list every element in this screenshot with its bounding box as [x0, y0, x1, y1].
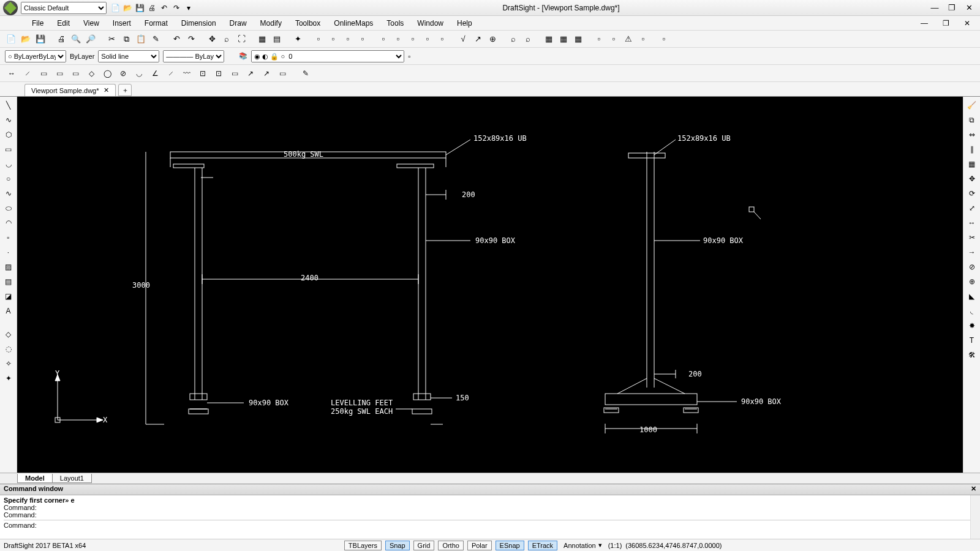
tb-icon-14[interactable]: ⌕	[522, 33, 534, 45]
chamfer-icon[interactable]: ◣	[966, 290, 978, 302]
tb-icon-1[interactable]: ▫	[312, 33, 325, 45]
tb-icon-9[interactable]: ▫	[436, 33, 448, 45]
move-icon[interactable]: ✥	[966, 173, 978, 185]
tb-icon-15[interactable]: ▦	[543, 33, 555, 45]
line-icon[interactable]: ╲	[2, 99, 15, 111]
properties-icon[interactable]: ▦	[256, 33, 268, 45]
tb-icon-12[interactable]: ⊕	[486, 33, 499, 45]
dim-icon-11[interactable]: ⟋	[164, 67, 178, 80]
tb-icon-3[interactable]: ▫	[342, 33, 354, 45]
add-document-tab[interactable]: ＋	[118, 84, 132, 96]
menu-help[interactable]: Help	[451, 18, 478, 29]
tb-icon-11[interactable]: ↗	[472, 33, 484, 45]
tab-layout1[interactable]: Layout1	[52, 474, 92, 483]
linestyle-select[interactable]: Solid line	[98, 50, 159, 62]
dim-icon-12[interactable]: 〰	[180, 67, 194, 80]
app-logo[interactable]	[0, 0, 21, 16]
save-file-icon[interactable]: 💾	[34, 33, 47, 45]
annotation-dropdown-icon[interactable]: ▾	[598, 541, 602, 549]
menu-toolbox[interactable]: Toolbox	[289, 18, 326, 29]
redo-button-icon[interactable]: ↷	[185, 33, 197, 45]
tb-icon-4[interactable]: ▫	[356, 33, 369, 45]
print-file-icon[interactable]: 🖨	[55, 33, 67, 45]
tb-icon-22[interactable]: ▫	[658, 33, 670, 45]
rectangle-icon[interactable]: ▭	[2, 143, 15, 156]
toggle-polar[interactable]: Polar	[467, 541, 492, 550]
doc-minimize-button[interactable]: —	[914, 18, 934, 29]
doc-restore-button[interactable]: ❐	[937, 18, 956, 29]
mtext-icon[interactable]: T	[966, 334, 978, 347]
open-icon[interactable]: 📂	[123, 3, 132, 13]
tb-icon-8[interactable]: ▫	[421, 33, 434, 45]
dim-radius-icon[interactable]: ◯	[100, 67, 114, 80]
print-preview-icon[interactable]: 🔍	[70, 33, 82, 45]
document-tab-close-icon[interactable]: ✕	[104, 86, 109, 94]
tb-icon-18[interactable]: ▫	[593, 33, 605, 45]
undo-icon[interactable]: ↶	[159, 3, 169, 13]
menu-draw[interactable]: Draw	[224, 18, 253, 29]
tb-icon-5[interactable]: ▫	[377, 33, 390, 45]
spline-icon[interactable]: ∿	[2, 187, 15, 200]
fillet-icon[interactable]: ◟	[966, 305, 978, 317]
document-tab[interactable]: Viewport Sample.dwg* ✕	[24, 84, 116, 96]
dim-arc-icon[interactable]: ◡	[132, 67, 146, 80]
tab-model[interactable]: Model	[17, 474, 53, 483]
tool-d-icon[interactable]: ✦	[2, 372, 15, 384]
workspace-select[interactable]: Classic Default	[21, 2, 107, 14]
new-file-icon[interactable]: 📄	[5, 33, 17, 45]
annotation-label[interactable]: Annotation	[564, 542, 596, 549]
dim-icon-14[interactable]: ⊡	[212, 67, 225, 80]
scale-icon[interactable]: ⤢	[966, 202, 978, 214]
open-file-icon[interactable]: 📂	[20, 33, 32, 45]
circle-icon[interactable]: ○	[2, 173, 15, 185]
dim-icon-18[interactable]: ▭	[276, 67, 289, 80]
menu-onlinemaps[interactable]: OnlineMaps	[328, 18, 379, 29]
menu-view[interactable]: View	[77, 18, 105, 29]
color-select[interactable]: ○ ByLayerByLayer	[5, 50, 66, 62]
copy-icon[interactable]: ⧉	[120, 33, 132, 45]
dropdown-icon[interactable]: ▾	[184, 3, 194, 13]
zoom-extents-icon[interactable]: ⛶	[235, 33, 247, 45]
drawing-canvas[interactable]: 500kg SWL 152x89x16 UB 152x89x16 UB 200 …	[17, 97, 963, 473]
ellipse-icon[interactable]: ⬭	[2, 202, 15, 214]
menu-tools[interactable]: Tools	[380, 18, 410, 29]
close-button[interactable]: ✕	[963, 3, 975, 12]
menu-dimension[interactable]: Dimension	[175, 18, 222, 29]
dim-diameter-icon[interactable]: ⊘	[116, 67, 130, 80]
command-history[interactable]: Specify first corner» e Command: Command…	[0, 495, 980, 539]
tool-a-icon[interactable]: ◇	[2, 328, 15, 340]
gradient-icon[interactable]: ▤	[2, 276, 15, 288]
dim-icon-17[interactable]: ↗	[260, 67, 273, 80]
offset-icon[interactable]: ∥	[966, 143, 978, 156]
toggle-ortho[interactable]: Ortho	[438, 541, 464, 550]
zoom-window-icon[interactable]: ⌕	[221, 33, 233, 45]
command-prompt[interactable]: Command:	[4, 520, 976, 529]
tool-b-icon[interactable]: ◌	[2, 343, 15, 355]
region-icon[interactable]: ◪	[2, 290, 15, 302]
menu-file[interactable]: File	[26, 18, 50, 29]
block-icon[interactable]: ▫	[2, 231, 15, 244]
menu-modify[interactable]: Modify	[254, 18, 288, 29]
toggle-snap[interactable]: Snap	[385, 541, 410, 550]
dim-style-icon[interactable]: ✎	[299, 67, 312, 80]
tool-c-icon[interactable]: ✧	[2, 358, 15, 370]
maximize-button[interactable]: ❐	[946, 3, 958, 12]
trim-icon[interactable]: ✂	[966, 231, 978, 244]
find-icon[interactable]: 🔎	[85, 33, 97, 45]
join-icon[interactable]: ⊕	[966, 276, 978, 288]
extend-icon[interactable]: →	[966, 246, 978, 258]
copy2-icon[interactable]: ⧉	[966, 114, 978, 126]
doc-close-button[interactable]: ✕	[958, 18, 976, 29]
new-icon[interactable]: 📄	[110, 3, 120, 13]
layer-manager-icon[interactable]: 📚	[239, 52, 247, 60]
dim-icon-5[interactable]: ▭	[69, 67, 82, 80]
lineweight-select[interactable]: ———— ByLayer	[163, 50, 224, 62]
wand-icon[interactable]: ✦	[292, 33, 304, 45]
array-icon[interactable]: ▦	[966, 158, 978, 170]
point-icon[interactable]: ·	[2, 246, 15, 258]
minimize-button[interactable]: —	[929, 3, 941, 12]
explode-icon[interactable]: ✸	[966, 320, 978, 332]
dim-icon-13[interactable]: ⊡	[196, 67, 209, 80]
tb-icon-20[interactable]: ⚠	[622, 33, 635, 45]
tb-icon-6[interactable]: ▫	[392, 33, 404, 45]
